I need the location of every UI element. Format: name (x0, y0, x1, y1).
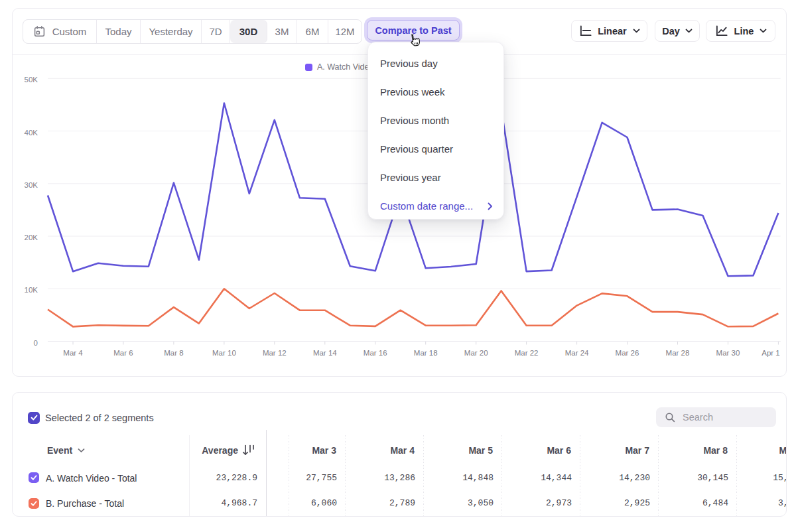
svg-text:20K: 20K (25, 233, 38, 241)
svg-text:Mar 18: Mar 18 (414, 349, 438, 357)
svg-text:Mar 24: Mar 24 (565, 349, 589, 357)
svg-text:50K: 50K (25, 76, 38, 84)
svg-text:Mar 6: Mar 6 (113, 349, 133, 357)
svg-text:Mar 4: Mar 4 (63, 349, 83, 357)
svg-text:Mar 26: Mar 26 (616, 349, 639, 357)
svg-text:Mar 14: Mar 14 (313, 349, 337, 357)
svg-text:Mar 20: Mar 20 (464, 349, 488, 357)
svg-text:Mar 30: Mar 30 (716, 349, 740, 357)
svg-text:10K: 10K (25, 286, 38, 294)
svg-text:Mar 16: Mar 16 (364, 349, 387, 357)
svg-text:Mar 10: Mar 10 (212, 349, 236, 357)
svg-text:Mar 28: Mar 28 (666, 349, 690, 357)
svg-text:Mar 12: Mar 12 (263, 349, 287, 357)
svg-text:Mar 22: Mar 22 (515, 349, 539, 357)
svg-text:40K: 40K (25, 129, 38, 137)
svg-text:Apr 1: Apr 1 (762, 349, 780, 357)
svg-text:Mar 8: Mar 8 (164, 349, 183, 357)
svg-text:0: 0 (34, 339, 38, 347)
svg-text:30K: 30K (25, 181, 38, 189)
